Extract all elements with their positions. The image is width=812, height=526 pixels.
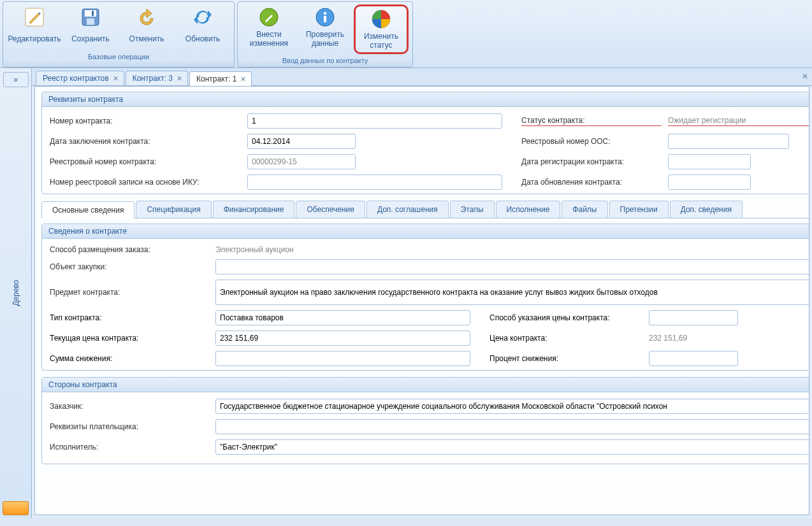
contract-type-input[interactable] xyxy=(215,310,470,325)
executor-input[interactable] xyxy=(215,439,809,455)
svg-rect-4 xyxy=(92,11,94,16)
purchase-object-label: Объект закупки: xyxy=(50,262,209,271)
undo-icon xyxy=(136,7,157,27)
contract-price-label: Цена контракта: xyxy=(489,334,642,343)
purchase-object-input[interactable] xyxy=(215,259,809,274)
pencil-icon xyxy=(24,7,45,27)
change-status-button-label: Изменить статус xyxy=(364,32,398,51)
tab-specification[interactable]: Спецификация xyxy=(136,201,211,218)
ribbon-group-base: Редактировать Сохранить Отменить Обновит… xyxy=(3,1,235,68)
oos-no-input[interactable] xyxy=(668,134,789,149)
sidebar-expand-button[interactable]: » xyxy=(3,72,29,87)
tab-contract-1[interactable]: Контракт: 1 ✕ xyxy=(189,71,252,86)
ribbon: Редактировать Сохранить Отменить Обновит… xyxy=(0,0,812,68)
discount-sum-input[interactable] xyxy=(215,351,470,366)
detail-tabs: Основные сведения Спецификация Финансиро… xyxy=(41,201,809,218)
cancel-button-label: Отменить xyxy=(129,30,164,49)
fieldset-sides: Стороны контракта Заказчик: Реквизиты пл… xyxy=(41,377,809,464)
fieldset-requisites: Реквизиты контракта Номер контракта: Ста… xyxy=(41,92,809,194)
close-icon[interactable]: ✕ xyxy=(177,75,182,83)
status-label: Статус контракта: xyxy=(521,116,662,126)
price-mode-input[interactable] xyxy=(649,310,738,325)
make-changes-button-label: Внести изменения xyxy=(250,30,288,49)
status-pie-icon xyxy=(371,9,391,29)
tab-registry[interactable]: Реестр контрактов ✕ xyxy=(36,71,124,85)
save-button-label: Сохранить xyxy=(71,30,110,49)
sidebar-active-tab[interactable] xyxy=(3,501,29,515)
conclusion-date-input[interactable] xyxy=(247,134,356,149)
payer-label: Реквизиты плательщика: xyxy=(50,422,209,431)
contract-price-value: 232 151,69 xyxy=(649,334,809,343)
payer-input[interactable] xyxy=(215,419,809,434)
current-price-input[interactable] xyxy=(215,331,470,346)
discount-sum-label: Сумма снижения: xyxy=(50,354,209,363)
tab-execution[interactable]: Исполнение xyxy=(496,201,561,218)
current-price-label: Текущая цена контракта: xyxy=(50,334,209,343)
check-data-button-label: Проверить данные xyxy=(306,30,344,49)
conclusion-date-label: Дата заключения контракта: xyxy=(50,137,241,146)
customer-label: Заказчик: xyxy=(50,402,209,411)
document-tabs: Реестр контрактов ✕ Контракт: 3 ✕ Контра… xyxy=(32,68,812,86)
fieldset-contract-info-title: Сведения о контракте xyxy=(42,224,809,239)
refresh-button[interactable]: Обновить xyxy=(175,4,230,50)
tab-contract-1-label: Контракт: 1 xyxy=(196,75,236,83)
svg-point-8 xyxy=(324,12,326,15)
info-circle-icon xyxy=(315,7,335,27)
tab-contract-3[interactable]: Контракт: 3 ✕ xyxy=(126,71,188,85)
ribbon-group-contract: Внести изменения Проверить данные Измени… xyxy=(237,1,413,68)
iku-record-label: Номер реестровой записи на основе ИКУ: xyxy=(50,178,241,187)
update-date-label: Дата обновления контракта: xyxy=(521,178,662,187)
contract-subject-label: Предмет контракта: xyxy=(50,288,209,297)
tab-claims[interactable]: Претензии xyxy=(609,201,669,218)
ribbon-group-base-label: Базовые операции xyxy=(7,50,230,62)
tab-security[interactable]: Обеспечение xyxy=(296,201,365,218)
tab-registry-label: Реестр контрактов xyxy=(43,74,109,83)
tab-stages[interactable]: Этапы xyxy=(450,201,495,218)
contract-type-label: Тип контракта: xyxy=(50,313,209,322)
pencil-circle-icon xyxy=(259,7,279,27)
tab-financing[interactable]: Финансирование xyxy=(213,201,295,218)
oos-no-label: Реестровый номер ООС: xyxy=(521,137,662,146)
main-scroll-panel[interactable]: Реквизиты контракта Номер контракта: Ста… xyxy=(34,86,809,515)
svg-rect-7 xyxy=(324,16,326,22)
cancel-button[interactable]: Отменить xyxy=(119,4,174,50)
executor-label: Исполнитель: xyxy=(50,443,209,451)
edit-button-label: Редактировать xyxy=(8,30,61,49)
discount-pct-input[interactable] xyxy=(649,351,738,366)
close-icon[interactable]: ✕ xyxy=(240,75,246,83)
tab-extra-info[interactable]: Доп. сведения xyxy=(670,201,743,218)
tab-addenda[interactable]: Доп. соглашения xyxy=(366,201,449,218)
discount-pct-label: Процент снижения: xyxy=(489,354,642,363)
fieldset-requisites-title: Реквизиты контракта xyxy=(42,92,809,107)
registry-no-label: Реестровый номер контракта: xyxy=(50,157,241,166)
fieldset-sides-title: Стороны контракта xyxy=(42,378,809,392)
registry-no-input xyxy=(247,154,356,169)
sidebar-tree-label[interactable]: Дерево xyxy=(11,280,20,306)
tab-main-info[interactable]: Основные сведения xyxy=(41,201,134,218)
close-all-tabs-icon[interactable]: ✕ xyxy=(802,72,808,81)
floppy-icon xyxy=(80,7,101,27)
placement-method-value: Электронный аукцион xyxy=(215,245,294,254)
refresh-icon xyxy=(192,7,213,27)
registration-date-label: Дата регистрации контракта: xyxy=(521,157,662,166)
ribbon-group-contract-label: Ввод данных по контракту xyxy=(242,54,409,66)
edit-button[interactable]: Редактировать xyxy=(7,4,62,50)
check-data-button[interactable]: Проверить данные xyxy=(298,4,352,50)
svg-rect-3 xyxy=(87,18,94,25)
fieldset-contract-info: Сведения о контракте Способ размещения з… xyxy=(41,224,809,371)
iku-record-input[interactable] xyxy=(247,174,502,190)
customer-input[interactable] xyxy=(215,399,809,414)
make-changes-button[interactable]: Внести изменения xyxy=(242,4,296,50)
contract-no-input[interactable] xyxy=(247,113,502,129)
sidebar: » Дерево xyxy=(0,68,32,518)
change-status-button[interactable]: Изменить статус xyxy=(354,4,409,54)
update-date-input[interactable] xyxy=(668,174,751,190)
save-button[interactable]: Сохранить xyxy=(63,4,118,50)
price-mode-label: Способ указания цены контракта: xyxy=(489,313,642,322)
placement-method-label: Способ размещения заказа: xyxy=(50,245,209,254)
contract-subject-input[interactable] xyxy=(215,280,809,305)
close-icon[interactable]: ✕ xyxy=(113,75,119,83)
svg-rect-2 xyxy=(85,10,96,17)
registration-date-input[interactable] xyxy=(668,154,751,169)
tab-files[interactable]: Файлы xyxy=(562,201,607,218)
